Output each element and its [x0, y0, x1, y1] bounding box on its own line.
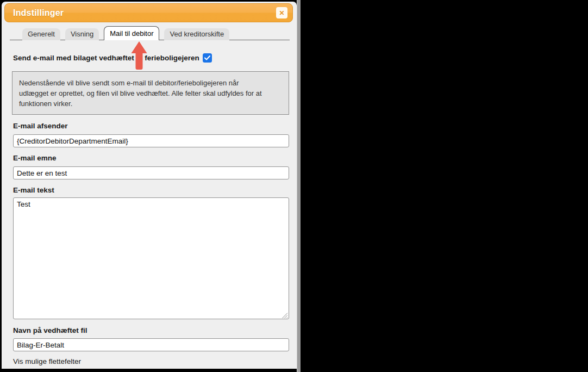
email-sender-label: E-mail afsender [13, 122, 68, 130]
window-edge-strip [297, 0, 301, 372]
tab-visning[interactable]: Visning [65, 28, 99, 40]
tab-ved-kreditorskifte[interactable]: Ved kreditorskifte [164, 28, 229, 40]
email-sender-input[interactable] [13, 134, 289, 147]
info-line: Nedenstående vil blive sendt som e-mail … [19, 78, 282, 89]
settings-dialog: Indstillinger ✕ Generelt Visning Mail ti… [2, 2, 297, 369]
checkmark-icon [204, 55, 210, 60]
dialog-title: Indstillinger [13, 8, 64, 18]
email-body-textarea[interactable]: Test [13, 197, 289, 319]
show-merge-fields-link[interactable]: Vis mulige flettefelter [13, 357, 81, 365]
send-email-checkbox-label: Send e-mail med bilaget vedhæftet til fe… [13, 54, 199, 62]
close-button[interactable]: ✕ [276, 7, 287, 18]
send-email-row: Send e-mail med bilaget vedhæftet til fe… [13, 53, 212, 63]
tab-mail-til-debitor[interactable]: Mail til debitor [104, 26, 159, 40]
dialog-titlebar: Indstillinger ✕ [4, 3, 293, 22]
close-icon: ✕ [279, 10, 284, 16]
email-subject-input[interactable] [13, 166, 289, 179]
tab-generelt[interactable]: Generelt [22, 28, 60, 40]
info-line: funktionen virker. [19, 99, 282, 109]
email-body-label: E-mail tekst [13, 186, 54, 194]
tab-bar: Generelt Visning Mail til debitor Ved kr… [22, 27, 229, 40]
attachment-name-label: Navn på vedhæftet fil [13, 326, 87, 334]
send-email-checkbox[interactable] [203, 53, 212, 63]
info-line: udlægget er oprettet, og filen vil blive… [19, 89, 282, 99]
info-box: Nedenstående vil blive sendt som e-mail … [12, 71, 289, 115]
attachment-name-input[interactable] [13, 338, 289, 351]
email-subject-label: E-mail emne [13, 154, 57, 162]
